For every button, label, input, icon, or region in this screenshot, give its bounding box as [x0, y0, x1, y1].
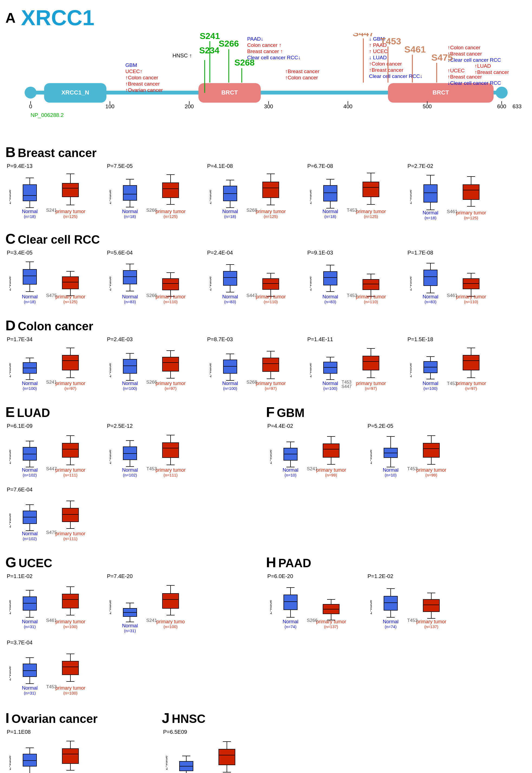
svg-text:(n=83): (n=83): [324, 299, 336, 304]
svg-text:Normal: Normal: [122, 209, 138, 214]
svg-text:(n=125): (n=125): [464, 216, 478, 220]
svg-text:Normal: Normal: [122, 294, 138, 299]
svg-text:(n=100): (n=100): [63, 691, 77, 695]
section-h-label: H: [266, 554, 276, 570]
svg-text:S266: S266: [146, 380, 157, 385]
svg-text:(n=125): (n=125): [364, 214, 378, 219]
svg-text:Z-value: Z-value: [9, 666, 12, 680]
svg-text:Z-value: Z-value: [410, 363, 412, 377]
svg-text:Normal: Normal: [222, 209, 238, 214]
svg-text:primary tumor: primary tumor: [155, 381, 185, 386]
svg-text:(n=100): (n=100): [164, 624, 178, 629]
section-c-title: Clear cell RCC: [18, 233, 100, 246]
svg-text:primary tumor: primary tumor: [416, 467, 446, 473]
svg-text:(n=31): (n=31): [24, 624, 36, 629]
svg-text:(n=74): (n=74): [285, 624, 296, 629]
svg-text:PAAD↓: PAAD↓: [247, 36, 263, 42]
svg-text:(n=18): (n=18): [24, 299, 36, 304]
svg-text:primary tumor: primary tumor: [55, 619, 85, 624]
section-g-title: UCEC: [18, 556, 52, 570]
svg-text:↑ UCEC: ↑ UCEC: [369, 48, 388, 54]
svg-text:T453: T453: [447, 381, 458, 386]
section-b-title: Breast cancer: [18, 146, 97, 160]
plot-j-s234: P=6.5E09 Z-value: [162, 728, 262, 773]
svg-text:↑Breast cancer: ↑Breast cancer: [125, 81, 160, 87]
section-d: D Colon cancer P=1.7E-34 Z-value: [5, 317, 527, 399]
svg-text:Colon cancer ↑: Colon cancer ↑: [247, 42, 282, 48]
svg-text:Normal: Normal: [222, 381, 238, 386]
section-b-plots: P=9.4E-13 Z-value: [5, 162, 527, 225]
protein-diagram: XRCC1_N BRCT BRCT 0 100 200 300 400 500: [9, 33, 523, 136]
svg-text:primary tumor: primary tumor: [155, 294, 185, 299]
section-f-label: F: [266, 404, 275, 420]
section-j-title: HNSC: [172, 712, 205, 726]
svg-text:(n=110): (n=110): [364, 299, 378, 304]
svg-text:S447: S447: [246, 293, 257, 298]
svg-point-1: [25, 87, 37, 99]
svg-text:(n=137): (n=137): [324, 624, 338, 629]
svg-text:primary tumor: primary tumor: [456, 294, 486, 299]
svg-text:T453: T453: [347, 293, 357, 298]
section-a: A XRCC1 XRCC1_N BRCT BRCT: [5, 5, 527, 136]
plot-c-s461: P=1.7E-08 Z-value: [406, 248, 506, 312]
svg-text:Z-value: Z-value: [270, 449, 272, 464]
svg-text:(n=100): (n=100): [123, 386, 137, 391]
section-e: E LUAD P=6.1E-09 Z-value: [5, 404, 266, 549]
svg-text:S266: S266: [307, 618, 318, 623]
section-f-plots: P=4.4E-02 Z-value: [266, 422, 527, 485]
svg-text:Normal: Normal: [22, 294, 38, 299]
svg-text:HNSC ↑: HNSC ↑: [172, 53, 192, 58]
svg-text:Clear cell cancer RCC↓: Clear cell cancer RCC↓: [369, 73, 422, 79]
svg-text:(n=110): (n=110): [464, 299, 478, 304]
svg-rect-468: [23, 664, 37, 677]
svg-text:primary tumor: primary tumor: [55, 685, 85, 691]
section-d-plots: P=1.7E-34 Z-value: [5, 335, 527, 399]
svg-rect-149: [463, 185, 479, 200]
svg-text:(n=18): (n=18): [425, 216, 436, 220]
plot-b-s266: P=7.5E-05 Z-value: [106, 162, 206, 225]
svg-text:200: 200: [185, 103, 194, 109]
plot-d-s268: P=8.7E-03 Z-value: [206, 335, 306, 399]
svg-text:633 aa: 633 aa: [513, 103, 523, 109]
svg-text:Z-value: Z-value: [310, 276, 312, 291]
section-i-label: I: [5, 710, 9, 726]
svg-text:(n=18): (n=18): [24, 214, 36, 219]
svg-text:↓Clear cell cancer RCC: ↓Clear cell cancer RCC: [448, 57, 501, 63]
svg-text:primary tumo: primary tumo: [156, 619, 185, 624]
section-d-title: Colon cancer: [18, 319, 93, 333]
svg-rect-95: [162, 183, 179, 198]
svg-text:Z-value: Z-value: [410, 276, 412, 291]
svg-text:(n=111): (n=111): [164, 473, 178, 477]
svg-text:primary tumor: primary tumor: [456, 210, 486, 216]
svg-text:UCEC↑: UCEC↑: [125, 69, 142, 74]
plot-h-s266: P=6.0E-20 Z-value: [266, 572, 366, 638]
svg-text:↑Colon cancer: ↑Colon cancer: [369, 61, 402, 67]
svg-rect-474: [62, 661, 79, 675]
section-g: G UCEC P=1.1E-02 Z-value: [5, 554, 266, 704]
svg-text:Normal: Normal: [22, 209, 38, 214]
svg-text:(n=18): (n=18): [224, 214, 236, 219]
svg-text:Z-value: Z-value: [110, 449, 112, 464]
svg-text:S234: S234: [199, 45, 219, 55]
section-f: F GBM P=4.4E-02 Z-value: [266, 404, 527, 549]
svg-text:↑Breast cancer: ↑Breast cancer: [369, 67, 403, 73]
svg-text:Normal: Normal: [282, 619, 298, 624]
svg-text:T453: T453: [380, 36, 401, 46]
svg-text:XRCC1_N: XRCC1_N: [61, 89, 89, 96]
plot-g-s461: P=1.1E-02 Z-value: [5, 572, 106, 638]
svg-text:Normal: Normal: [322, 209, 338, 214]
svg-text:(n=97): (n=97): [64, 386, 76, 391]
plot-d-t453: P=1.5E-18 Z-value: [406, 335, 506, 399]
section-d-label: D: [5, 317, 16, 334]
svg-text:↑Breast cancer: ↑Breast cancer: [475, 69, 509, 75]
svg-text:T453: T453: [407, 466, 417, 471]
section-j: J HNSC P=6.5E09 Z-value: [162, 710, 318, 773]
section-b: B Breast cancer P=9.4E-13 Z-value: [5, 144, 527, 225]
svg-text:Normal: Normal: [383, 619, 398, 624]
svg-rect-293: [263, 358, 279, 371]
section-e-plots: P=6.1E-09 Z-value: [5, 422, 266, 549]
svg-rect-522: [23, 754, 37, 766]
section-j-plots: P=6.5E09 Z-value: [162, 728, 318, 773]
svg-text:S461: S461: [447, 293, 458, 298]
svg-text:(n=18): (n=18): [124, 214, 136, 219]
